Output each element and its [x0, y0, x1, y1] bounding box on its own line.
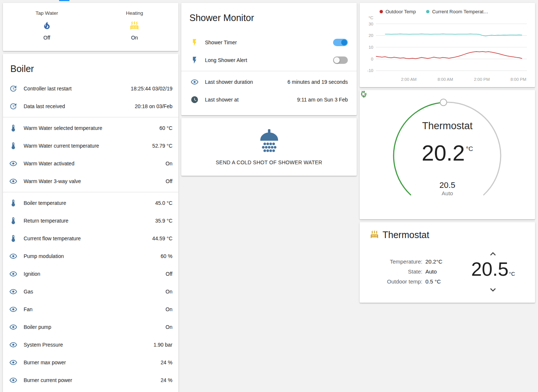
entity-value: On — [165, 289, 172, 295]
boiler-row-return-temperature[interactable]: Return temperature35.9 °C — [3, 212, 178, 230]
eye-icon-wrap — [9, 341, 18, 349]
boiler-row-current-flow-temperature[interactable]: Current flow temperature44.59 °C — [3, 230, 178, 247]
shower-row-long-shower-alert: Long Shower Alert — [181, 51, 357, 69]
entity-value: 52.79 °C — [152, 143, 172, 149]
entity-label: Warm Water activated — [24, 161, 161, 166]
boiler-row-warm-water-3-way-valve[interactable]: Warm Water 3-way valveOff — [3, 172, 178, 190]
glance-items: Tap WaterOffHeatingOn — [3, 10, 178, 41]
long-shower-alert-toggle[interactable] — [333, 56, 348, 64]
active-tab-indicator — [59, 0, 69, 1]
thermometer-icon-wrap — [9, 142, 18, 150]
entity-value: 6 minutes and 19 seconds — [288, 79, 348, 85]
gauge-mode-buttons — [442, 202, 453, 211]
axis-tick-label: 8:00 PM — [510, 77, 526, 82]
boiler-row-warm-water-activated[interactable]: Warm Water activatedOn — [3, 155, 178, 172]
gauge-current-temperature: 20.2°C — [422, 141, 473, 171]
thermometer-icon — [9, 199, 17, 207]
flash-icon-wrap — [190, 56, 199, 64]
entity-label: Fan — [24, 306, 161, 312]
entity-label: Ignition — [24, 271, 161, 277]
glance-item-heating[interactable]: HeatingOn — [91, 10, 179, 41]
entity-value: 20:18 on 03/Feb — [135, 103, 172, 109]
boiler-row-warm-water-current-temperature[interactable]: Warm Water current temperature52.79 °C — [3, 137, 178, 155]
entity-label: Burner max power — [24, 360, 156, 365]
thermometer-icon — [9, 142, 17, 150]
eye-icon-wrap — [9, 376, 18, 384]
shower-row-last-shower-duration[interactable]: Last shower duration6 minutes and 19 sec… — [181, 73, 357, 91]
clock-update-icon — [9, 85, 17, 93]
eye-icon — [9, 323, 17, 331]
temp-increase-button[interactable] — [487, 248, 498, 259]
glance-state: On — [131, 35, 138, 41]
thermometer-icon-wrap — [9, 124, 18, 132]
eye-icon-wrap — [9, 305, 18, 313]
eye-icon — [9, 252, 17, 260]
entity-label: System Pressure — [24, 342, 149, 348]
entity-value: On — [165, 306, 172, 312]
axis-tick-label: 20 — [369, 33, 373, 38]
shower-info-list: Last shower duration6 minutes and 19 sec… — [181, 73, 357, 109]
axis-tick-label: 2:00 PM — [474, 77, 490, 82]
thermostat-card-title: Thermostat — [383, 230, 429, 240]
gauge-unit: °C — [466, 137, 473, 161]
gauge-mode: Auto — [442, 190, 453, 197]
info-value: 0.5 °C — [425, 276, 441, 286]
entity-value: 60 °C — [160, 125, 172, 131]
legend-item-outdoor-temp: Outdoor Temp — [380, 9, 416, 14]
temp-decrease-button[interactable] — [487, 284, 498, 295]
axis-tick-label: 2:00 AM — [401, 77, 417, 82]
info-key: Outdoor temp: — [381, 276, 422, 286]
axis-tick-label: -10 — [367, 68, 373, 73]
entity-label: Gas — [24, 289, 161, 295]
boiler-row-ignition[interactable]: IgnitionOff — [3, 265, 178, 283]
tab-bar — [0, 0, 538, 1]
boiler-row-burner-max-power[interactable]: Burner max power24 % — [3, 354, 178, 371]
boiler-row-data-last-received[interactable]: Data last received20:18 on 03/Feb — [3, 97, 178, 115]
boiler-card: Boiler Controller last restart18:25:44 0… — [3, 54, 178, 392]
thermostat-card-body: Temperature:20.2°CState:AutoOutdoor temp… — [370, 248, 525, 295]
eye-icon-wrap — [9, 288, 18, 296]
boiler-row-fan[interactable]: FanOn — [3, 300, 178, 318]
gauge-current-value: 20.2 — [422, 141, 465, 165]
axis-tick-label: 0 — [371, 57, 373, 61]
thermometer-icon — [9, 217, 17, 225]
column-left: Tap WaterOffHeatingOn Boiler Controller … — [3, 3, 178, 392]
boiler-row-boiler-pump[interactable]: Boiler pumpOn — [3, 318, 178, 336]
boiler-row-controller-last-restart[interactable]: Controller last restart18:25:44 03/02/19 — [3, 80, 178, 97]
glance-label: Tap Water — [35, 10, 58, 16]
entity-value: Off — [166, 271, 172, 277]
series-outdoor-temp — [376, 51, 522, 59]
entity-value: 24 % — [161, 377, 172, 383]
boiler-row-pump-modulation[interactable]: Pump modulation60 % — [3, 247, 178, 265]
cold-shot-button[interactable]: SEND A COLD SHOT OF SHOWER WATER — [181, 118, 357, 176]
radiator-icon — [370, 230, 379, 239]
boiler-row-boiler-temperature[interactable]: Boiler temperature45.0 °C — [3, 194, 178, 212]
legend-label: Outdoor Temp — [385, 9, 416, 14]
boiler-row-burner-current-power[interactable]: Burner current power24 % — [3, 371, 178, 389]
thermometer-icon — [9, 124, 17, 132]
entity-label: Pump modulation — [24, 253, 156, 259]
axis-tick-label: 10 — [369, 45, 373, 49]
eye-icon-wrap — [9, 252, 18, 260]
shower-timer-toggle[interactable] — [333, 39, 348, 46]
column-right: Outdoor TempCurrent Room Temperat… 30201… — [360, 3, 535, 303]
gauge-content: Thermostat 20.2°C 20.5 Auto — [360, 90, 535, 219]
glance-item-tap-water[interactable]: Tap WaterOff — [3, 10, 91, 41]
boiler-entity-list: Controller last restart18:25:44 03/02/19… — [3, 80, 178, 389]
entity-value: 24 % — [161, 360, 172, 365]
boiler-row-warm-water-selected-temperature[interactable]: Warm Water selected temperature60 °C — [3, 119, 178, 137]
clock-update-icon-wrap — [9, 102, 18, 110]
glance-card: Tap WaterOffHeatingOn — [3, 3, 178, 51]
entity-label: Last shower duration — [205, 79, 283, 85]
entity-value: 18:25:44 03/02/19 — [131, 86, 172, 92]
boiler-row-gas[interactable]: GasOn — [3, 283, 178, 300]
info-key: State: — [381, 267, 422, 276]
eye-icon — [191, 78, 199, 86]
entity-label: Warm Water 3-way valve — [24, 178, 161, 184]
axis-tick-label: 30 — [369, 22, 373, 26]
shower-row-last-shower-at[interactable]: Last shower at9:11 am on Sun 3 Feb — [181, 91, 357, 109]
entity-label: Return temperature — [24, 218, 151, 224]
clock-update-icon-wrap — [9, 85, 18, 93]
entity-label: Burner current power — [24, 377, 156, 383]
boiler-row-system-pressure[interactable]: System Pressure1.90 bar — [3, 336, 178, 354]
